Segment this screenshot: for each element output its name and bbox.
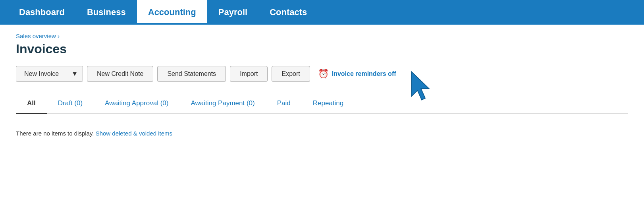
reminder-clock-icon: ⏰ <box>318 69 329 79</box>
new-invoice-group: New Invoice ▼ <box>16 66 83 82</box>
invoice-reminders-area[interactable]: ⏰ Invoice reminders off <box>318 69 396 79</box>
dropdown-arrow-icon: ▼ <box>71 70 78 77</box>
svg-marker-0 <box>411 72 429 100</box>
toolbar: New Invoice ▼ New Credit Note Send State… <box>16 66 628 82</box>
new-credit-note-button[interactable]: New Credit Note <box>87 66 153 82</box>
empty-state-message: There are no items to display. <box>16 130 94 137</box>
tab-awaiting-payment[interactable]: Awaiting Payment (0) <box>179 94 266 114</box>
empty-state: There are no items to display. Show dele… <box>16 126 628 141</box>
tab-awaiting-approval[interactable]: Awaiting Approval (0) <box>94 94 179 114</box>
new-invoice-button[interactable]: New Invoice <box>16 66 67 81</box>
breadcrumb[interactable]: Sales overview › <box>16 33 628 39</box>
tab-all[interactable]: All <box>16 94 47 114</box>
import-button[interactable]: Import <box>230 66 268 82</box>
send-statements-button[interactable]: Send Statements <box>157 66 226 82</box>
nav-item-business[interactable]: Business <box>76 0 137 25</box>
tab-repeating[interactable]: Repeating <box>302 94 355 114</box>
page-title: Invoices <box>16 42 628 56</box>
tab-draft[interactable]: Draft (0) <box>47 94 94 114</box>
tabs-container: All Draft (0) Awaiting Approval (0) Awai… <box>16 94 628 114</box>
nav-item-contacts[interactable]: Contacts <box>258 0 318 25</box>
new-invoice-dropdown-button[interactable]: ▼ <box>67 66 83 81</box>
nav-item-dashboard[interactable]: Dashboard <box>8 0 76 25</box>
nav-item-accounting[interactable]: Accounting <box>137 0 207 25</box>
reminder-status-text: Invoice reminders off <box>332 70 396 77</box>
show-deleted-link[interactable]: Show deleted & voided items <box>96 130 172 137</box>
top-nav: Dashboard Business Accounting Payroll Co… <box>0 0 644 25</box>
export-button[interactable]: Export <box>272 66 310 82</box>
nav-item-payroll[interactable]: Payroll <box>207 0 258 25</box>
page-content: Sales overview › Invoices New Invoice ▼ … <box>0 25 644 149</box>
tab-paid[interactable]: Paid <box>266 94 302 114</box>
